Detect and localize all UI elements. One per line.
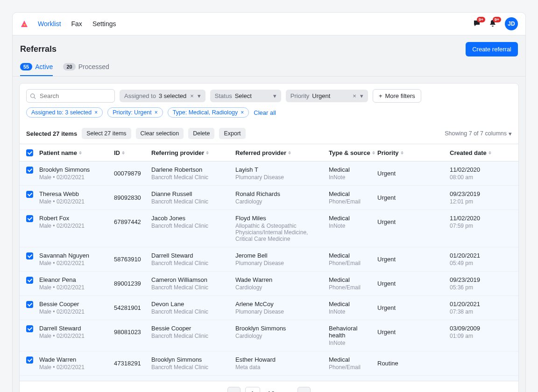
referring-provider: Dianne Russell xyxy=(151,190,232,197)
row-checkbox[interactable] xyxy=(26,191,33,198)
patient-id: 89092830 xyxy=(114,190,151,201)
referred-specialty: Plumonary Disease xyxy=(235,260,325,266)
nav-item-settings[interactable]: Settings xyxy=(92,20,116,28)
row-checkbox[interactable] xyxy=(26,325,33,332)
clear-icon[interactable]: × xyxy=(189,92,195,99)
row-checkbox[interactable] xyxy=(26,167,33,174)
priority: Routine xyxy=(377,356,450,367)
patient-meta: Male • 02/02/2021 xyxy=(39,260,110,266)
bell-notification-icon[interactable]: 9+ xyxy=(489,20,497,28)
chat-notification-icon[interactable]: 9+ xyxy=(473,20,481,28)
more-filters-button[interactable]: + More filters xyxy=(373,89,421,103)
referred-provider: Jerome Bell xyxy=(235,252,325,259)
table-row[interactable]: Darrell StewardMale • 02/02/202198081023… xyxy=(20,320,518,351)
last-page-button[interactable]: ⇥ xyxy=(315,387,328,392)
source: InNote xyxy=(329,223,374,229)
clear-all-link[interactable]: Clear all xyxy=(254,109,276,116)
filter-status[interactable]: Status Select ▾ xyxy=(210,90,281,102)
referred-provider: Marvin McKinney xyxy=(235,380,325,381)
remove-chip-icon[interactable]: × xyxy=(155,109,158,116)
export-button[interactable]: Export xyxy=(219,128,245,139)
filter-chip[interactable]: Priority: Urgent× xyxy=(107,107,163,118)
columns-toggle[interactable]: Showing 7 of 7 columns ▾ xyxy=(445,130,512,137)
filter-priority[interactable]: Priority Urgent × ▾ xyxy=(286,90,368,102)
nav-item-worklist[interactable]: Worklist xyxy=(38,20,61,28)
nav-item-fax[interactable]: Fax xyxy=(71,20,82,28)
th-created-date[interactable]: Created date xyxy=(450,149,506,156)
row-checkbox[interactable] xyxy=(26,357,33,364)
panel: Assigned to 3 selected × ▾ Status Select… xyxy=(19,83,519,392)
first-page-button[interactable]: ⇤ xyxy=(210,387,223,392)
remove-chip-icon[interactable]: × xyxy=(241,109,244,116)
th-id[interactable]: ID xyxy=(114,149,151,156)
search-icon xyxy=(30,93,36,99)
th-referring-provider[interactable]: Referring provider xyxy=(151,149,235,156)
referred-provider: Layish T xyxy=(235,166,325,173)
user-avatar[interactable]: JD xyxy=(505,17,518,30)
source: Phone/Email xyxy=(329,198,374,205)
delete-button[interactable]: Delete xyxy=(188,128,214,139)
filter-chip[interactable]: Type: Medical, Radiology× xyxy=(168,107,249,118)
select-all-checkbox[interactable] xyxy=(26,149,33,156)
source: Phone/Email xyxy=(329,284,374,291)
referred-specialty: Cardiology xyxy=(235,333,325,339)
next-page-button[interactable]: › xyxy=(297,387,311,392)
table-row[interactable]: Theresa WebbMale • 02/02/202189092830Dia… xyxy=(20,186,518,210)
th-type-source[interactable]: Type & source xyxy=(329,149,377,156)
referring-provider: Brooklyn Simmons xyxy=(151,356,232,363)
table-row[interactable]: Devon LaneMale • 02/02/202187989812Jenny… xyxy=(20,376,518,381)
tab-active[interactable]: 55Active xyxy=(20,63,53,76)
row-checkbox[interactable] xyxy=(26,215,33,222)
th-patient-name[interactable]: Patient name xyxy=(39,149,114,156)
filter-value: 3 selected xyxy=(159,92,186,99)
chevron-down-icon: ▾ xyxy=(509,130,512,137)
created-date: 11/02/2020 xyxy=(450,166,502,173)
th-priority[interactable]: Priority xyxy=(377,149,450,156)
clear-selection-button[interactable]: Clear selection xyxy=(136,128,184,139)
pagination: ⇤ ‹ of 3 pages › ⇥ xyxy=(20,381,518,392)
created-time: 07:38 am xyxy=(450,308,502,315)
table-body: Brooklyn SimmonsMale • 02/02/20210007987… xyxy=(20,161,518,381)
referred-provider: Floyd Miles xyxy=(235,215,325,222)
table-row[interactable]: Savannah NguyenMale • 02/02/202158763910… xyxy=(20,247,518,272)
referring-clinic: Bancroft Medical Clinic xyxy=(151,364,232,371)
th-referred-provider[interactable]: Referred provider xyxy=(235,149,329,156)
referrals-table: Patient name ID Referring provider Refer… xyxy=(20,144,518,381)
table-row[interactable]: Robert FoxMale • 02/02/202167897442Jacob… xyxy=(20,210,518,247)
search-input[interactable] xyxy=(26,89,115,103)
remove-chip-icon[interactable]: × xyxy=(94,109,98,116)
row-checkbox[interactable] xyxy=(26,301,33,308)
prev-page-button[interactable]: ‹ xyxy=(227,387,241,392)
table-row[interactable]: Wade WarrenMale • 02/02/202147318291Broo… xyxy=(20,351,518,376)
referred-specialty: Plumonary Disease xyxy=(235,308,325,315)
filter-assigned-to[interactable]: Assigned to 3 selected × ▾ xyxy=(120,90,205,102)
referring-provider: Darrell Steward xyxy=(151,252,232,259)
patient-id: 58763910 xyxy=(114,252,151,263)
type: Medical xyxy=(329,276,374,283)
patient-id: 98081023 xyxy=(114,325,151,336)
table-row[interactable]: Eleanor PenaMale • 02/02/202189001239Cam… xyxy=(20,272,518,296)
patient-name: Devon Lane xyxy=(39,380,110,381)
filter-chip[interactable]: Assigned to: 3 selected× xyxy=(26,107,103,118)
tab-processed[interactable]: 20Processed xyxy=(63,63,109,76)
referred-specialty: Allopathic & Osteopathic Physicians/Inte… xyxy=(235,223,325,242)
patient-id: 00079879 xyxy=(114,166,151,177)
create-referral-button[interactable]: Create referral xyxy=(466,42,518,56)
patient-name: Theresa Webb xyxy=(39,190,110,197)
source: InNote xyxy=(329,174,374,181)
selection-bar: Selected 27 items Select 27 items Clear … xyxy=(20,123,518,144)
select-all-button[interactable]: Select 27 items xyxy=(82,128,131,139)
clear-icon[interactable]: × xyxy=(352,92,357,99)
table-row[interactable]: Bessie CooperMale • 02/02/202154281901De… xyxy=(20,296,518,320)
patient-meta: Male • 02/02/2021 xyxy=(39,198,110,205)
created-date: 03/009/2009 xyxy=(450,380,502,381)
main-nav: WorklistFaxSettings xyxy=(38,20,116,28)
row-checkbox[interactable] xyxy=(26,277,33,284)
referred-specialty: Cardiology xyxy=(235,198,325,205)
chevron-down-icon: ▾ xyxy=(273,92,276,99)
row-checkbox[interactable] xyxy=(26,252,33,259)
app-window: WorklistFaxSettings 9+ 9+ JD Referrals C… xyxy=(12,12,526,392)
table-row[interactable]: Brooklyn SimmonsMale • 02/02/20210007987… xyxy=(20,161,518,186)
referring-provider: Devon Lane xyxy=(151,301,232,308)
page-input[interactable] xyxy=(245,387,260,392)
